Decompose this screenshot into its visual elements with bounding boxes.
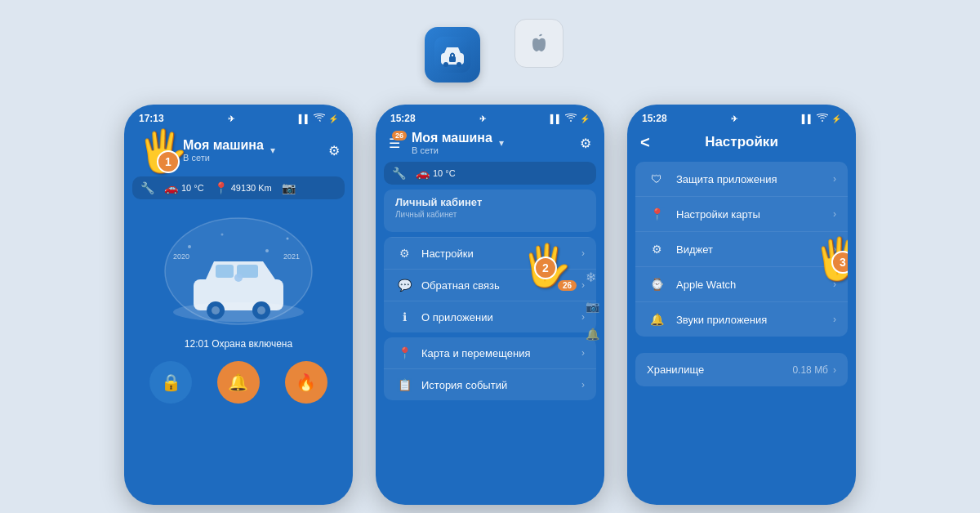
temp-value-2: 10 °C — [433, 168, 456, 178]
fire-icon: 🔥 — [296, 372, 316, 392]
phone2-signal: ▌▌ — [550, 114, 562, 123]
svg-rect-4 — [449, 56, 456, 62]
svg-text:2020: 2020 — [173, 252, 189, 261]
phone1-header: 🖐 1 Моя машина В сети ▾ ⚙ — [124, 127, 353, 176]
phone3-signal: ▌▌ — [802, 114, 813, 123]
phone2-location-icon2: ✈ — [479, 114, 486, 123]
events-label: История событий — [421, 379, 581, 391]
badge-1: 1 — [157, 150, 180, 173]
map-chevron: › — [581, 347, 585, 359]
protection-label: Защита приложения — [676, 173, 833, 185]
phone2-metrics-bar: 🔧 🚗 10 °C — [384, 162, 596, 185]
svg-point-21 — [570, 120, 572, 122]
phone2-time: 15:28 — [390, 113, 416, 124]
phones-container: 17:13 ✈ ▌▌ ⚡ 🖐 1 — [124, 105, 856, 505]
phone1-bottom-buttons[interactable]: 🔒 🔔 🔥 — [124, 355, 353, 417]
phone1-connection-status: В сети — [183, 153, 264, 163]
phone3-wifi-icon — [817, 114, 828, 123]
car-illustration: 2020 2021 — [149, 206, 328, 328]
phone1-chevron[interactable]: ▾ — [270, 145, 275, 156]
events-chevron: › — [581, 379, 585, 390]
phone2-status-right: ▌▌ ⚡ — [550, 114, 590, 123]
phone3-storage-section: Хранилище 0.18 Мб › — [635, 353, 848, 386]
sounds-icon: 🔔 — [647, 313, 666, 326]
phone2-personal-section: Личный кабинет Личный кабинет — [384, 190, 596, 232]
phone2-car-name: Моя машина — [412, 131, 492, 145]
svg-point-19 — [221, 234, 224, 236]
phone3-location-icon3: ✈ — [731, 114, 737, 123]
events-icon: 📋 — [395, 378, 413, 391]
metric-engine-2: 🔧 — [392, 167, 406, 180]
menu-item-map[interactable]: 📍 Карта и перемещения › — [384, 337, 596, 368]
phone1-car-name: Моя машина — [183, 138, 264, 153]
storage-value: 0.18 Мб — [792, 364, 828, 376]
protection-icon: 🛡 — [647, 172, 666, 185]
hand-cursor-1-container: 🖐 1 — [137, 131, 176, 170]
phone1-alarm-status: 12:01 Охрана включена — [185, 338, 292, 350]
map-settings-icon: 📍 — [647, 207, 666, 221]
feedback-icon: 💬 — [395, 279, 413, 292]
bottom-btn-1[interactable]: 🔒 — [149, 361, 192, 404]
metric-temp-2: 🚗 10 °C — [416, 167, 456, 180]
widget-label: Виджет — [676, 243, 833, 256]
metric-mileage: 📍 49130 Km — [214, 181, 272, 194]
menu-item-feedback[interactable]: 💬 Обратная связь 🖐 2 26 › — [384, 269, 596, 301]
phone-3: 15:28 ✈ ▌▌ ⚡ < Настройки 🛡 — [627, 105, 856, 505]
metric-engine: 🔧 — [140, 181, 154, 194]
storage-label: Хранилище — [647, 364, 792, 376]
settings-item-map[interactable]: 📍 Настройки карты › — [635, 197, 848, 232]
badge-3: 3 — [831, 251, 848, 274]
svg-point-15 — [257, 306, 265, 314]
phone1-status-right: ▌▌ ⚡ — [299, 114, 338, 123]
svg-point-17 — [188, 245, 191, 248]
temp-icon: 🚗 — [164, 181, 178, 194]
phone1-status-bar: 17:13 ✈ ▌▌ ⚡ — [124, 105, 353, 127]
phone1-gear-icon[interactable]: ⚙ — [328, 143, 340, 158]
settings-item-apple-watch[interactable]: ⌚ Apple Watch 🖐 3 › — [635, 267, 848, 302]
phone3-status-bar: 15:28 ✈ ▌▌ ⚡ — [627, 105, 856, 127]
settings-icon: ⚙ — [395, 247, 413, 260]
app-icon-main — [425, 27, 480, 83]
engine-icon-2: 🔧 — [392, 167, 406, 180]
menu-item-events[interactable]: 📋 История событий › — [384, 368, 596, 400]
widget-icon: ⚙ — [647, 243, 666, 256]
temp-icon-2: 🚗 — [416, 167, 430, 180]
phone3-settings-list: 🛡 Защита приложения › 📍 Настройки карты … — [635, 162, 848, 337]
back-button[interactable]: < — [640, 133, 650, 152]
phone2-chevron[interactable]: ▾ — [499, 137, 504, 149]
about-label: О приложении — [421, 311, 581, 323]
watch-icon: ⌚ — [647, 278, 666, 291]
bottom-btn-3[interactable]: 🔥 — [285, 361, 327, 404]
svg-point-16 — [234, 274, 243, 282]
hamburger-menu[interactable]: ☰ 26 — [389, 136, 400, 151]
top-icons-area — [408, 15, 572, 96]
settings-item-storage[interactable]: Хранилище 0.18 Мб › — [635, 353, 848, 386]
phone1-wifi-icon — [314, 114, 325, 123]
settings-item-protection[interactable]: 🛡 Защита приложения › — [635, 162, 848, 197]
bottom-btn-2[interactable]: 🔔 — [217, 361, 260, 404]
about-icon: ℹ — [395, 310, 413, 323]
storage-chevron: › — [833, 364, 836, 376]
phone3-status-right: ▌▌ ⚡ — [802, 114, 841, 123]
car-bubble: 2020 2021 — [149, 206, 328, 332]
personal-chevron-right — [384, 225, 596, 232]
phone2-title-group: Моя машина В сети — [412, 131, 492, 155]
protection-chevron: › — [833, 173, 836, 185]
phone1-signal: ▌▌ — [299, 114, 310, 123]
phone2-header-left: ☰ 26 Моя машина В сети ▾ — [389, 131, 504, 155]
svg-point-18 — [287, 238, 289, 240]
snow-icon: ❄ — [586, 270, 599, 285]
menu-item-about[interactable]: ℹ О приложении › — [384, 301, 596, 332]
sounds-chevron: › — [833, 314, 836, 325]
phone2-gear-icon[interactable]: ⚙ — [580, 136, 591, 151]
settings-item-sounds[interactable]: 🔔 Звуки приложения › — [635, 302, 848, 337]
personal-cabinet-title[interactable]: Личный кабинет — [384, 190, 596, 210]
phone1-battery-icon: ⚡ — [328, 114, 338, 123]
settings-chevron: › — [581, 248, 585, 259]
location-icon: 📍 — [214, 181, 228, 194]
map-settings-chevron: › — [833, 208, 836, 220]
feedback-chevron: › — [581, 279, 585, 291]
app-icon-apple — [514, 19, 564, 68]
phone2-status-bar: 15:28 ✈ ▌▌ ⚡ — [376, 105, 604, 127]
svg-point-3 — [457, 62, 461, 67]
